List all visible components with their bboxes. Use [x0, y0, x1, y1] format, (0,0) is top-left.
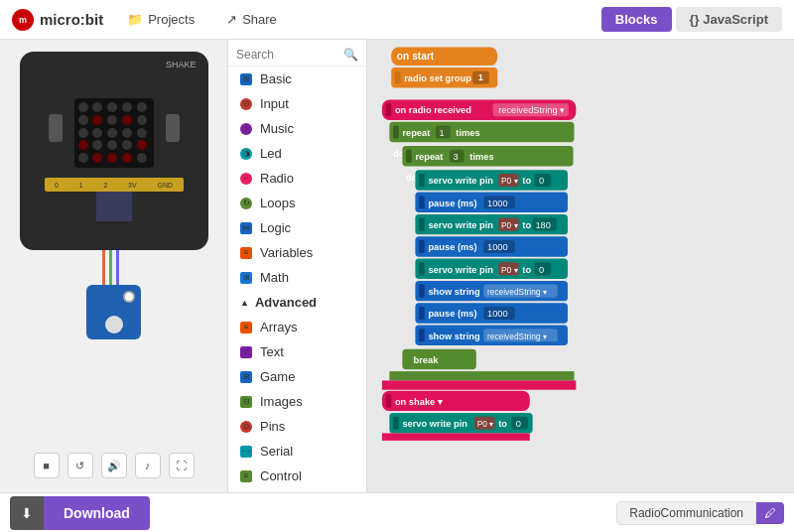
math-icon: ⊞: [240, 272, 252, 284]
svg-text:3: 3: [454, 152, 459, 162]
basic-icon: ⊞: [240, 73, 252, 85]
svg-text:on start: on start: [397, 51, 435, 62]
svg-text:pause (ms): pause (ms): [428, 242, 476, 252]
toolbox-radio[interactable]: ↔ Radio: [228, 166, 366, 191]
text-label: Text: [260, 344, 284, 359]
svg-rect-71: [419, 329, 425, 341]
variables-label: Variables: [260, 245, 313, 260]
svg-rect-27: [419, 174, 425, 187]
button-a[interactable]: [49, 114, 63, 142]
toolbox-pins[interactable]: ⊙ Pins: [228, 414, 366, 439]
svg-rect-90: [382, 433, 530, 440]
svg-rect-8: [386, 103, 392, 116]
svg-rect-13: [393, 126, 399, 139]
projects-button[interactable]: 📁 Projects: [119, 8, 202, 31]
sim-controls: ■ ↺ 🔊 ♪ ⛶: [34, 447, 195, 484]
wire-blue: [116, 250, 119, 285]
game-label: Game: [260, 369, 295, 384]
svg-rect-40: [419, 218, 425, 231]
svg-text:P0 ▾: P0 ▾: [501, 265, 518, 275]
game-icon: ⊞: [240, 371, 252, 383]
svg-text:pause (ms): pause (ms): [428, 199, 476, 208]
javascript-mode-button[interactable]: {} JavaScript: [676, 7, 783, 32]
svg-text:repeat: repeat: [415, 152, 443, 162]
svg-text:pause (ms): pause (ms): [428, 309, 476, 319]
svg-rect-53: [419, 262, 425, 275]
download-button[interactable]: Download: [44, 496, 150, 530]
toolbox-control[interactable]: ≡ Control: [228, 464, 366, 488]
toolbox-arrays[interactable]: ≡ Arrays: [228, 315, 366, 339]
mute-button[interactable]: 🔊: [101, 453, 127, 478]
microbit-device: SHAKE 0 1 2 3V GND: [20, 52, 208, 250]
restart-button[interactable]: ↺: [67, 453, 93, 478]
radio-label: Radio: [260, 171, 294, 186]
download-icon-box[interactable]: ⬇: [10, 496, 44, 530]
blocks-workspace[interactable]: on start radio set group 1 on radio rece…: [367, 40, 794, 492]
svg-text:1000: 1000: [487, 199, 508, 208]
svg-text:on radio received: on radio received: [395, 105, 471, 115]
toolbox-add-package[interactable]: ⊕ Add Package: [228, 488, 366, 492]
toolbox-images[interactable]: ⊟ Images: [228, 389, 366, 414]
svg-text:break: break: [414, 355, 440, 365]
servo-indicator: [123, 291, 135, 303]
svg-text:0: 0: [539, 265, 544, 275]
toolbox-variables[interactable]: ≡ Variables: [228, 240, 366, 265]
svg-text:servo write pin: servo write pin: [402, 419, 467, 429]
footer: ⬇ Download RadioCommunication 🖊: [0, 492, 794, 532]
shake-label: SHAKE: [166, 60, 197, 69]
svg-text:0: 0: [539, 176, 544, 186]
servo-motor: [86, 285, 141, 339]
svg-text:receivedString ▾: receivedString ▾: [498, 105, 565, 115]
toolbox-text[interactable]: T Text: [228, 339, 366, 364]
svg-text:servo write pin: servo write pin: [428, 265, 493, 275]
simulator-panel: SHAKE 0 1 2 3V GND: [0, 40, 228, 492]
svg-text:repeat: repeat: [402, 128, 430, 138]
tab-close-button[interactable]: 🖊: [756, 502, 784, 524]
search-input[interactable]: [236, 48, 341, 62]
logo: m micro:bit: [12, 9, 103, 31]
stop-button[interactable]: ■: [34, 453, 60, 478]
loops-label: Loops: [260, 196, 295, 210]
svg-text:to: to: [498, 419, 507, 429]
svg-text:receivedString ▾: receivedString ▾: [487, 287, 547, 297]
download-area: ⬇ Download: [10, 496, 150, 530]
blocks-mode-button[interactable]: Blocks: [601, 7, 672, 32]
variables-icon: ≡: [240, 247, 252, 259]
svg-text:to: to: [522, 176, 531, 186]
svg-text:show string: show string: [428, 287, 479, 297]
arrays-icon: ≡: [240, 322, 252, 333]
svg-text:to: to: [522, 220, 531, 230]
svg-rect-20: [406, 150, 412, 163]
toolbox-serial[interactable]: ⋯ Serial: [228, 439, 366, 464]
wire-green: [109, 250, 112, 285]
advanced-toggle[interactable]: ▲ Advanced: [228, 290, 366, 315]
search-bar: 🔍: [228, 44, 366, 66]
fullscreen-button[interactable]: ⛶: [169, 453, 195, 478]
toolbox-math[interactable]: ⊞ Math: [228, 265, 366, 290]
svg-rect-80: [386, 394, 392, 407]
toolbox-led[interactable]: ◑ Led: [228, 141, 366, 166]
svg-rect-35: [419, 196, 425, 208]
svg-text:1000: 1000: [487, 309, 508, 319]
text-icon: T: [240, 346, 252, 358]
button-b[interactable]: [166, 114, 180, 142]
search-icon: 🔍: [343, 48, 358, 62]
toolbox-logic[interactable]: ⋈ Logic: [228, 215, 366, 240]
toolbox-basic[interactable]: ⊞ Basic: [228, 66, 366, 91]
toolbox-music[interactable]: ♪ Music: [228, 116, 366, 141]
toolbox-panel: 🔍 ⊞ Basic ⊙ Input ♪ Music ◑ Led ↔ Radio …: [228, 40, 367, 492]
share-button[interactable]: ↗ Share: [218, 8, 285, 31]
svg-text:0: 0: [516, 419, 521, 429]
serial-label: Serial: [260, 444, 293, 459]
control-label: Control: [260, 468, 302, 483]
volume-button[interactable]: ♪: [135, 453, 161, 478]
pin-strip: 0 1 2 3V GND: [45, 178, 184, 192]
logo-icon: m: [12, 9, 34, 31]
input-icon: ⊙: [240, 98, 252, 110]
toolbox-game[interactable]: ⊞ Game: [228, 364, 366, 389]
toolbox-input[interactable]: ⊙ Input: [228, 91, 366, 116]
toolbox-loops[interactable]: ↻ Loops: [228, 191, 366, 215]
radio-set-group-block: radio set group 1: [391, 67, 497, 87]
led-icon: ◑: [240, 148, 252, 160]
input-label: Input: [260, 96, 289, 111]
